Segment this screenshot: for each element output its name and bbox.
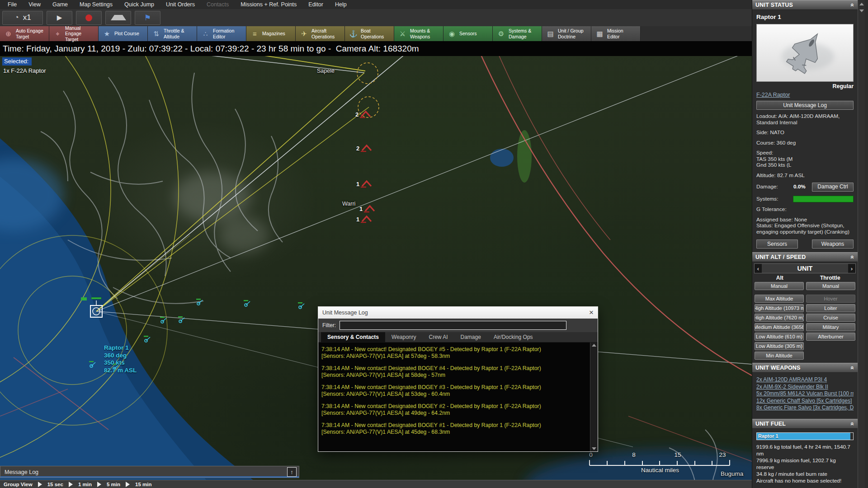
throttle-loiter-button[interactable]: Loiter	[806, 304, 855, 312]
message-scrollbar[interactable]	[590, 343, 598, 451]
tab-air-docking-ops[interactable]: Air/Docking Ops	[487, 332, 539, 342]
speed-block: Speed: TAS 350 kts (M Gnd 350 kts (L	[756, 150, 854, 169]
time-compression-button[interactable]: ◔ x1	[2, 11, 43, 25]
auto-engage-target-icon: ⊕	[4, 30, 13, 38]
map-view-button[interactable]	[105, 11, 131, 25]
unit-group-doctrine-button[interactable]: ▤ Unit / Group Doctrine	[542, 26, 591, 41]
throttle-military-button[interactable]: Military	[806, 323, 855, 331]
throttle-afterburner-button[interactable]: Afterburner	[806, 333, 855, 341]
scale-tick-label: 23	[719, 451, 726, 458]
interval-1min-button[interactable]: 1 min	[78, 482, 92, 487]
formation-editor-button[interactable]: ∴ Formation Editor	[197, 26, 246, 41]
scroll-down-icon[interactable]	[859, 9, 864, 12]
weapon-link[interactable]: 5x 20mm/85 M61A2 Vulcan Burst [100 rnds]	[756, 390, 854, 398]
hostile-contact-marker[interactable]: 1	[356, 215, 374, 224]
alt-manual-button[interactable]: Manual	[755, 282, 804, 290]
menu-game[interactable]: Game	[47, 1, 74, 8]
alt-min-button[interactable]: Min Altitude	[755, 352, 804, 360]
unit-alt-speed-header[interactable]: UNIT ALT / SPEED «	[752, 252, 858, 262]
collapse-icon[interactable]: «	[849, 255, 856, 259]
systems-health-bar	[793, 196, 854, 202]
auto-engage-target-button[interactable]: ⊕ Auto Engage Target	[0, 26, 49, 41]
throttle-cruise-button[interactable]: Cruise	[806, 314, 855, 322]
weapon-link[interactable]: 2x AIM-120D AMRAAM P3I 4	[756, 376, 854, 384]
hostile-contact-marker[interactable]: 1	[359, 204, 377, 213]
throttle-altitude-icon: ⇅	[152, 30, 160, 38]
scroll-up-icon[interactable]	[592, 344, 596, 347]
log-message: 7:38:14 AM - New contact! Designated BOG…	[321, 403, 587, 417]
next-unit-icon[interactable]: ›	[848, 264, 855, 273]
tab-crew-ai[interactable]: Crew AI	[423, 332, 454, 342]
weapons-panel-button[interactable]: Weapons	[812, 239, 854, 249]
alt-medium-3658-button[interactable]: Medium Altitude (3658	[755, 323, 804, 331]
message-log-bar[interactable]: Message Log ↑	[0, 466, 299, 478]
menu-missions-ref-points[interactable]: Missions + Ref. Points	[235, 1, 302, 8]
menu-file[interactable]: File	[2, 1, 23, 8]
collapse-icon[interactable]: «	[849, 366, 856, 370]
damage-ctrl-button[interactable]: Damage Ctrl	[812, 183, 854, 192]
sensors-panel-button[interactable]: Sensors	[756, 239, 798, 249]
record-icon	[85, 14, 92, 21]
throttle-manual-button[interactable]: Manual	[806, 282, 855, 290]
menu-help[interactable]: Help	[329, 1, 353, 8]
interval-5min-button[interactable]: 5 min	[107, 482, 120, 487]
mounts-weapons-button[interactable]: ⚔ Mounts & Weapons	[394, 26, 443, 41]
throttle-altitude-button[interactable]: ⇅ Throttle & Altitude	[148, 26, 197, 41]
menu-map-settings[interactable]: Map Settings	[74, 1, 118, 8]
alt-high-10973-button[interactable]: High Altitude (10973 m	[755, 304, 804, 312]
menu-view[interactable]: View	[23, 1, 47, 8]
unit-status-header[interactable]: UNIT STATUS «	[752, 0, 858, 10]
collapse-icon[interactable]: «	[849, 3, 856, 7]
unit-weapons-header[interactable]: UNIT WEAPONS «	[752, 363, 858, 373]
weapon-link[interactable]: 2x AIM-9X-2 Sidewinder Blk II	[756, 384, 854, 391]
fuel-total-text: 9199.6 kg total fuel, 4 hr 24 min, 1540.…	[756, 444, 854, 457]
group-view-toggle[interactable]: Group View	[4, 482, 33, 487]
systems-damage-button[interactable]: ⚙ Systems & Damage	[493, 26, 542, 41]
interval-15sec-button[interactable]: 15 sec	[47, 482, 63, 487]
close-icon[interactable]: ×	[585, 308, 594, 317]
flag-button[interactable]: ⚑	[135, 11, 160, 25]
unit-alt-speed-panel: ‹ UNIT › Alt Throttle Manual Manual Max …	[752, 262, 858, 361]
scroll-down-icon[interactable]	[592, 447, 596, 450]
mission-editor-button[interactable]: ▦ Mission Editor	[591, 26, 641, 41]
interval-15min-button[interactable]: 15 min	[135, 482, 151, 487]
boat-operations-button[interactable]: ⚓ Boat Operations	[345, 26, 394, 41]
filter-input[interactable]	[340, 321, 566, 330]
formation-editor-icon: ∴	[201, 30, 210, 38]
alt-low-610-button[interactable]: Low Altitude (610 m)	[755, 333, 804, 341]
manual-engage-target-button[interactable]: ⌖ Manual Engage Target	[49, 26, 99, 41]
unit-message-log-button[interactable]: Unit Message Log	[756, 101, 854, 110]
dialog-title-bar[interactable]: Unit Message Log ×	[318, 307, 598, 319]
log-message: 7:38:14 AM - New contact! Designated BOG…	[321, 422, 587, 436]
application-window: File View Game Map Settings Quick Jump U…	[0, 0, 868, 488]
expand-log-button[interactable]: ↑	[287, 467, 297, 477]
menu-editor[interactable]: Editor	[302, 1, 329, 8]
alt-low-305-button[interactable]: Low Altitude (305 m)	[755, 342, 804, 350]
scroll-up-icon[interactable]	[859, 3, 864, 5]
prev-unit-icon[interactable]: ‹	[755, 264, 762, 273]
tab-damage[interactable]: Damage	[454, 332, 487, 342]
unit-fuel-header[interactable]: UNIT FUEL «	[752, 419, 858, 429]
hostile-contact-marker[interactable]: 2	[355, 110, 373, 119]
weapon-link[interactable]: 8x Generic Flare Salvo [3x Cartridges, D…	[756, 404, 854, 412]
sidebar-scrollbar[interactable]	[858, 0, 865, 488]
aircraft-operations-button[interactable]: ✈ Aircraft Operations	[296, 26, 345, 41]
weapon-link[interactable]: 12x Generic Chaff Salvo [5x Cartridges]	[756, 398, 854, 405]
tab-weaponry[interactable]: Weaponry	[385, 332, 422, 342]
unit-class-link[interactable]: F-22A Raptor	[756, 92, 790, 98]
sensors-button[interactable]: ◉ Sensors	[443, 26, 493, 41]
mounts-weapons-icon: ⚔	[398, 30, 407, 38]
plot-course-button[interactable]: ★ Plot Course	[99, 26, 148, 41]
collapse-icon[interactable]: «	[849, 422, 856, 426]
interval-arrow-icon	[69, 482, 73, 487]
record-button[interactable]	[76, 11, 102, 25]
magazines-button[interactable]: ≡ Magazines	[246, 26, 296, 41]
hostile-contact-marker[interactable]: 1	[356, 179, 374, 188]
menu-quick-jump[interactable]: Quick Jump	[118, 1, 160, 8]
menu-unit-orders[interactable]: Unit Orders	[160, 1, 201, 8]
alt-max-button[interactable]: Max Altitude	[755, 295, 804, 303]
alt-high-7620-button[interactable]: High Altitude (7620 m)	[755, 314, 804, 322]
play-button[interactable]: ▶	[47, 11, 72, 25]
tab-sensory-contacts[interactable]: Sensory & Contacts	[321, 332, 385, 342]
hostile-contact-marker[interactable]: 2	[356, 144, 374, 153]
